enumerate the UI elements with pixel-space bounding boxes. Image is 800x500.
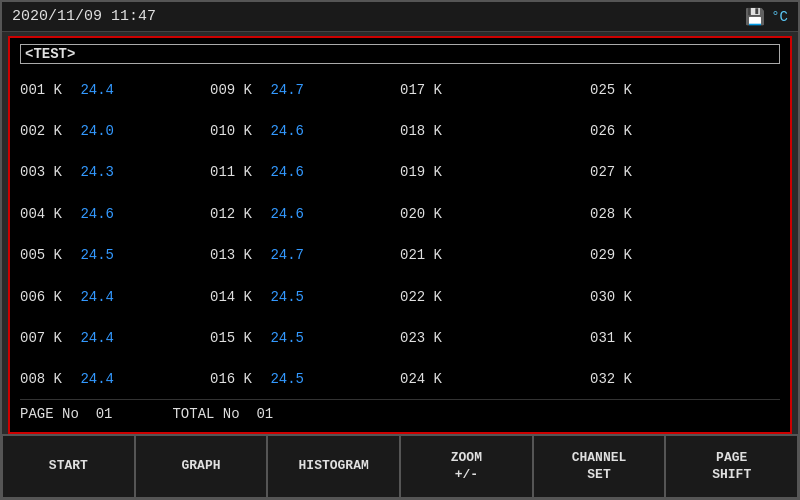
- ch-id: 008 K: [20, 371, 72, 387]
- ch-id: 030 K: [590, 289, 642, 305]
- main-frame: 2020/11/09 11:47 💾 °C <TEST> 001 K 24.4 …: [0, 0, 800, 500]
- list-item: 014 K 24.5: [210, 277, 400, 316]
- list-item: 010 K 24.6: [210, 111, 400, 150]
- ch-id: 004 K: [20, 206, 72, 222]
- list-item: 011 K 24.6: [210, 153, 400, 192]
- ch-id: 012 K: [210, 206, 262, 222]
- ch-id: 031 K: [590, 330, 642, 346]
- ch-id: 014 K: [210, 289, 262, 305]
- ch-id: 026 K: [590, 123, 642, 139]
- ch-value: —: [648, 123, 684, 139]
- ch-id: 005 K: [20, 247, 72, 263]
- ch-id: 024 K: [400, 371, 452, 387]
- ch-id: 032 K: [590, 371, 642, 387]
- ch-value: 24.5: [268, 330, 304, 346]
- main-content: <TEST> 001 K 24.4 009 K 24.7 017 K — 025…: [8, 36, 792, 434]
- list-item: 007 K 24.4: [20, 318, 210, 357]
- list-item: 026 K —: [590, 111, 780, 150]
- ch-value: 24.4: [78, 289, 114, 305]
- list-item: 020 K —: [400, 194, 590, 233]
- ch-value: —: [458, 330, 494, 346]
- ch-id: 015 K: [210, 330, 262, 346]
- page-shift-button[interactable]: PAGESHIFT: [665, 435, 798, 498]
- ch-value: 24.5: [268, 289, 304, 305]
- ch-value: —: [458, 123, 494, 139]
- ch-value: —: [648, 330, 684, 346]
- datetime-label: 2020/11/09 11:47: [12, 8, 156, 25]
- ch-id: 007 K: [20, 330, 72, 346]
- histogram-button[interactable]: HISTOGRAM: [267, 435, 400, 498]
- disk-icon: 💾: [745, 7, 765, 27]
- list-item: 032 K —: [590, 360, 780, 399]
- ch-id: 010 K: [210, 123, 262, 139]
- list-item: 019 K —: [400, 153, 590, 192]
- list-item: 029 K —: [590, 236, 780, 275]
- ch-value: —: [458, 82, 494, 98]
- ch-value: 24.0: [78, 123, 114, 139]
- graph-button[interactable]: GRAPH: [135, 435, 268, 498]
- ch-value: —: [648, 289, 684, 305]
- channel-set-button[interactable]: CHANNELSET: [533, 435, 666, 498]
- ch-value: 24.5: [78, 247, 114, 263]
- list-item: 016 K 24.5: [210, 360, 400, 399]
- ch-value: —: [458, 206, 494, 222]
- list-item: 022 K —: [400, 277, 590, 316]
- ch-value: —: [458, 164, 494, 180]
- list-item: 018 K —: [400, 111, 590, 150]
- start-button[interactable]: START: [2, 435, 135, 498]
- ch-id: 027 K: [590, 164, 642, 180]
- ch-value: 24.4: [78, 82, 114, 98]
- list-item: 015 K 24.5: [210, 318, 400, 357]
- ch-id: 028 K: [590, 206, 642, 222]
- ch-value: 24.4: [78, 371, 114, 387]
- list-item: 003 K 24.3: [20, 153, 210, 192]
- list-item: 027 K —: [590, 153, 780, 192]
- list-item: 001 K 24.4: [20, 70, 210, 109]
- ch-value: 24.7: [268, 247, 304, 263]
- ch-value: —: [458, 247, 494, 263]
- ch-value: 24.7: [268, 82, 304, 98]
- ch-id: 011 K: [210, 164, 262, 180]
- ch-id: 002 K: [20, 123, 72, 139]
- ch-value: 24.6: [268, 206, 304, 222]
- page-no-label: PAGE No 01: [20, 406, 112, 422]
- header-icons: 💾 °C: [745, 7, 788, 27]
- list-item: 004 K 24.6: [20, 194, 210, 233]
- zoom-button[interactable]: ZOOM+/-: [400, 435, 533, 498]
- ch-id: 003 K: [20, 164, 72, 180]
- list-item: 017 K —: [400, 70, 590, 109]
- ch-id: 001 K: [20, 82, 72, 98]
- ch-value: —: [648, 82, 684, 98]
- ch-id: 017 K: [400, 82, 452, 98]
- list-item: 012 K 24.6: [210, 194, 400, 233]
- ch-value: —: [648, 206, 684, 222]
- list-item: 028 K —: [590, 194, 780, 233]
- ch-id: 020 K: [400, 206, 452, 222]
- ch-id: 022 K: [400, 289, 452, 305]
- list-item: 009 K 24.7: [210, 70, 400, 109]
- list-item: 006 K 24.4: [20, 277, 210, 316]
- ch-id: 023 K: [400, 330, 452, 346]
- test-label: <TEST>: [20, 44, 780, 64]
- ch-id: 006 K: [20, 289, 72, 305]
- ch-value: 24.6: [268, 164, 304, 180]
- ch-id: 009 K: [210, 82, 262, 98]
- ch-value: —: [458, 371, 494, 387]
- unit-label: °C: [771, 9, 788, 25]
- ch-value: —: [648, 371, 684, 387]
- ch-value: —: [648, 164, 684, 180]
- ch-value: 24.6: [78, 206, 114, 222]
- list-item: 013 K 24.7: [210, 236, 400, 275]
- page-info: PAGE No 01 TOTAL No 01: [20, 399, 780, 426]
- ch-id: 013 K: [210, 247, 262, 263]
- ch-id: 016 K: [210, 371, 262, 387]
- list-item: 008 K 24.4: [20, 360, 210, 399]
- list-item: 005 K 24.5: [20, 236, 210, 275]
- ch-value: —: [648, 247, 684, 263]
- ch-value: 24.6: [268, 123, 304, 139]
- ch-id: 019 K: [400, 164, 452, 180]
- ch-value: 24.4: [78, 330, 114, 346]
- list-item: 023 K —: [400, 318, 590, 357]
- ch-id: 025 K: [590, 82, 642, 98]
- total-no-label: TOTAL No 01: [172, 406, 273, 422]
